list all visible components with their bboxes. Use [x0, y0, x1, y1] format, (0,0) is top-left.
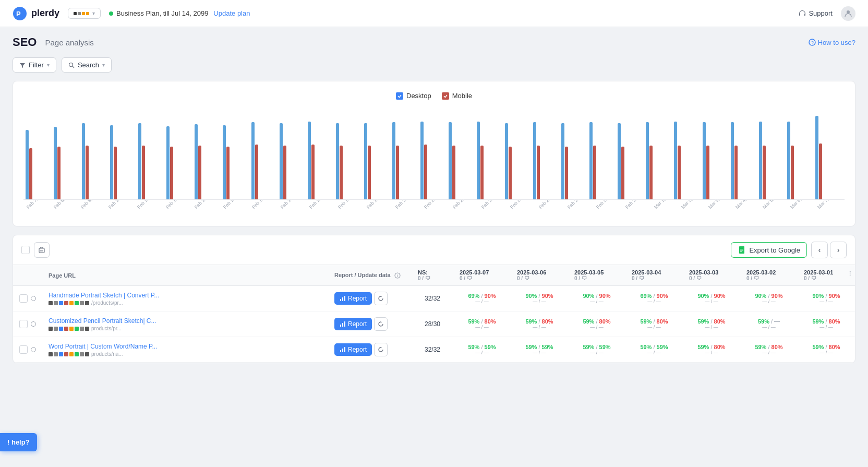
plan-badge[interactable]: ▾: [68, 8, 101, 19]
chart-date-label-7: Feb 14, 2025: [222, 200, 246, 210]
chart-icon: [340, 346, 346, 353]
row-score-1-2: 59% / 80%— / —: [568, 312, 625, 337]
chart-date-label-13: Feb 20, 2025: [394, 200, 418, 210]
search-button[interactable]: Search ▾: [62, 57, 112, 73]
page-url-link-1[interactable]: Customized Pencil Portrait Sketch| C...: [49, 317, 156, 325]
bar-mobile-21: [621, 147, 624, 199]
bar-group-27: [787, 122, 814, 199]
how-to-use-link[interactable]: ? How to use?: [809, 39, 855, 46]
chart-date-label-6: Feb 13, 2025: [194, 200, 217, 210]
row-checkbox-2[interactable]: [19, 345, 28, 354]
url-pixel: [75, 301, 79, 305]
row-checkbox-1[interactable]: [19, 320, 28, 328]
score-b-0-0: 90%: [485, 293, 496, 299]
export-label: Export to Google: [749, 246, 800, 254]
row-ns-cell: 32/32: [412, 286, 453, 312]
chart-labels: Feb 7, 2025Feb 8, 2025Feb 9, 2025Feb 10,…: [23, 200, 845, 211]
url-pixel: [49, 327, 53, 331]
col-header-date-5: 2025-03-02 0 / 🗨: [740, 265, 798, 286]
plan-info-text: Business Plan, till Jul 14, 2099: [116, 9, 208, 17]
report-button-2[interactable]: Report: [334, 343, 372, 356]
page-analysis-label: Page analysis: [45, 38, 93, 47]
col-header-checkbox: [13, 265, 42, 286]
bar-group-7: [223, 125, 250, 199]
bar-group-1: [54, 127, 81, 199]
col-header-date-0: 2025-03-07 0 / 🗨: [453, 265, 511, 286]
nav-right: Support: [798, 6, 855, 21]
user-avatar[interactable]: [841, 6, 855, 21]
score-a-1-4: 59%: [697, 318, 709, 325]
filter-label: Filter: [29, 61, 44, 69]
score-b-2-3: 59%: [657, 344, 668, 350]
row-url-cell: Customized Pencil Portrait Sketch| C...p…: [42, 312, 328, 337]
svg-text:?: ?: [811, 40, 814, 45]
select-all-checkbox[interactable]: [21, 246, 30, 254]
score-a-0-0: 69%: [468, 293, 479, 299]
page-url-link-0[interactable]: Handmade Portrait Sketch | Convert P...: [49, 292, 159, 299]
bar-mobile-17: [509, 147, 512, 199]
next-page-button[interactable]: ›: [830, 242, 847, 258]
table-row: Customized Pencil Portrait Sketch| C...p…: [13, 312, 855, 337]
bar-mobile-12: [368, 146, 371, 199]
logo[interactable]: P plerdy: [13, 6, 59, 21]
score-b-1-4: 80%: [714, 318, 726, 325]
score-sub-2-1: — / —: [517, 350, 562, 355]
bar-desktop-2: [82, 123, 85, 199]
bar-desktop-5: [166, 126, 170, 199]
score-b-2-1: 59%: [542, 344, 553, 350]
row-score-2-0: 59% / 59%— / —: [453, 337, 511, 363]
score-a-1-2: 59%: [583, 318, 594, 325]
bar-group-24: [703, 122, 730, 199]
score-sub-1-5: — / —: [746, 325, 791, 330]
table-toolbar: Export to Google ‹ ›: [13, 235, 855, 265]
delete-button[interactable]: [34, 242, 50, 258]
chart-bars: [23, 106, 845, 200]
bar-mobile-25: [734, 146, 738, 199]
chart-date-label-1: Feb 8, 2025: [53, 200, 75, 210]
row-checkbox-0[interactable]: [19, 294, 28, 303]
refresh-button-2[interactable]: [374, 343, 388, 356]
report-actions: Report: [334, 343, 405, 356]
export-google-button[interactable]: Export to Google: [731, 242, 807, 258]
row-ns-cell: 32/32: [412, 337, 453, 363]
score-b-0-4: 90%: [714, 293, 726, 299]
search-label: Search: [78, 61, 99, 69]
report-button-0[interactable]: Report: [334, 292, 372, 305]
score-sub-2-4: — / —: [689, 350, 734, 355]
bar-mobile-1: [57, 147, 61, 199]
chart-icon: [340, 321, 346, 327]
bar-desktop-4: [138, 123, 141, 199]
bar-mobile-22: [649, 146, 653, 199]
score-b-0-6: 90%: [829, 293, 840, 299]
table-header: Page URL Report / Update data i NS: 0 / …: [13, 265, 855, 286]
bar-desktop-16: [477, 122, 480, 199]
svg-rect-23: [340, 325, 341, 327]
page-url-link-2[interactable]: Word Portrait | Custom Word/Name P...: [49, 343, 158, 350]
score-b-1-5: —: [774, 318, 780, 325]
score-a-2-3: 59%: [640, 344, 652, 350]
refresh-button-1[interactable]: [374, 317, 388, 331]
report-button-1[interactable]: Report: [334, 318, 372, 330]
row-score-2-2: 59% / 59%— / —: [568, 337, 625, 363]
report-actions: Report: [334, 317, 405, 331]
filter-button[interactable]: Filter ▾: [13, 57, 56, 73]
chart-date-label-17: Feb 24, 2025: [509, 200, 533, 210]
chart-date-label-28: Mar 7, 2025: [816, 200, 839, 210]
support-button[interactable]: Support: [798, 9, 833, 18]
svg-rect-21: [342, 297, 343, 301]
bar-mobile-20: [593, 146, 596, 199]
chart-date-label-8: Feb 15, 2025: [251, 200, 274, 210]
url-pixel: [59, 352, 63, 356]
bar-mobile-23: [678, 146, 681, 199]
bar-group-22: [646, 122, 673, 199]
url-pixel: [80, 352, 84, 356]
url-pixel: [85, 327, 89, 331]
score-b-0-1: 90%: [542, 293, 553, 299]
update-plan-link[interactable]: Update plan: [213, 9, 250, 17]
refresh-icon: [378, 321, 384, 327]
score-a-0-4: 90%: [697, 293, 709, 299]
refresh-button-0[interactable]: [374, 292, 388, 305]
data-table: Page URL Report / Update data i NS: 0 / …: [13, 265, 855, 363]
prev-page-button[interactable]: ‹: [811, 242, 828, 258]
bar-desktop-3: [110, 125, 113, 199]
